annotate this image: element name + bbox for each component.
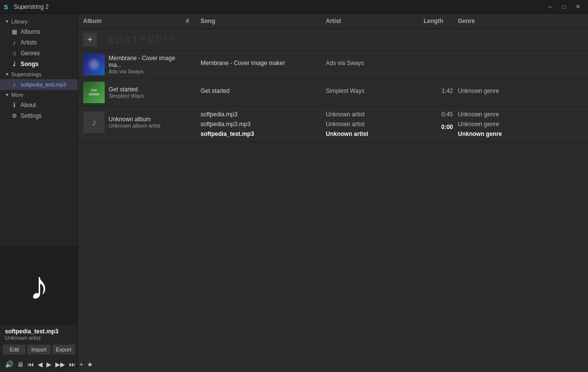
music-note-icon: ♪ (29, 263, 49, 308)
album-row-unknown: ♪ Unknown album Unknown album artist sof… (78, 107, 588, 142)
songs-label: Songs (21, 61, 39, 67)
sidebar-item-settings[interactable]: ⚙ Settings (0, 110, 78, 121)
song-genre-membrane (458, 54, 583, 60)
song-artist-membrane: Ads via Sways (326, 54, 424, 66)
maximize-button[interactable]: □ (558, 2, 570, 12)
monitor-button[interactable]: 🖥 (16, 360, 24, 369)
song-genre-get-started: Unknown genre (458, 82, 583, 94)
album-art-get-started: Getstarted (83, 82, 105, 103)
sidebar-item-about[interactable]: ℹ About (0, 100, 78, 110)
superstrings-section-header[interactable]: ▼ Superstrings (0, 69, 78, 79)
playback-controls: 🔊 🖥 ⏮ ◀ ▶ ▶▶ ⏭ + ★ (0, 356, 78, 372)
albums-icon: ▦ (11, 28, 18, 35)
now-playing-artist: Unknown artist (5, 335, 73, 341)
library-label: Library (11, 19, 28, 24)
album-name-membrane: Membrane - Cover image ma... (109, 55, 186, 68)
song-genre-unknown-3: Unknown genre (458, 129, 583, 139)
artists-icon: ♪ (11, 39, 18, 46)
songs-icon: ♩ (11, 61, 18, 67)
content-scroll[interactable]: SOFTPEDIA + Membrane - Cover image ma...… (78, 29, 588, 372)
minimize-button[interactable]: ─ (544, 2, 557, 12)
import-button[interactable]: Import (27, 345, 50, 354)
album-name-get-started: Get started (109, 86, 144, 93)
library-chevron-icon: ▼ (5, 19, 9, 24)
add-album-row: + (78, 29, 588, 51)
play-button[interactable]: ▶ (45, 360, 52, 369)
export-button[interactable]: Export (52, 345, 75, 354)
table-header: Album # Song Artist Length Genre (78, 14, 588, 29)
main-layout: ▼ Library ▦ Albums ♪ Artists ♫ Genres ♩ … (0, 14, 588, 372)
window-title: Superstring 2 (14, 3, 544, 10)
song-name-unknown-1: softpedia.mp3 (201, 109, 326, 119)
album-text-get-started: Get started Simplest Ways (109, 86, 144, 99)
album-text-unknown: Unknown album Unknown album artist (109, 116, 160, 129)
file-label: softpedia_test.mp3 (21, 82, 66, 88)
close-button[interactable]: ✕ (571, 2, 584, 12)
more-chevron-icon: ▼ (5, 92, 9, 97)
main-content: Album # Song Artist Length Genre SOFTPED… (78, 14, 588, 372)
album-info-membrane: Membrane - Cover image ma... Ads via Swa… (83, 54, 186, 75)
more-label: More (11, 92, 23, 98)
song-length-unknown-3: 0:00 (424, 122, 453, 132)
song-length-membrane (424, 54, 458, 60)
album-art-membrane (83, 54, 105, 75)
app-icon: S (4, 3, 11, 10)
song-name-get-started: Get started (201, 82, 326, 94)
unknown-genres-col: Unknown genre Unknown genre Unknown genr… (458, 109, 583, 139)
window-controls: ─ □ ✕ (544, 2, 584, 12)
album-row-get-started: Getstarted Get started Simplest Ways Get… (78, 79, 588, 106)
edit-button[interactable]: Edit (3, 345, 25, 354)
album-row-membrane: Membrane - Cover image ma... Ads via Swa… (78, 51, 588, 78)
song-artist-unknown-3: Unknown artist (326, 129, 424, 139)
about-label: About (21, 102, 36, 109)
sidebar-item-albums[interactable]: ▦ Albums (0, 26, 78, 37)
sidebar-item-genres[interactable]: ♫ Genres (0, 48, 78, 59)
song-genre-unknown-2: Unknown genre (458, 119, 583, 129)
col-album: Album (83, 18, 186, 24)
album-thumb-get-started: Getstarted (83, 82, 105, 103)
now-playing-info: softpedia_test.mp3 Unknown artist (0, 325, 78, 343)
settings-icon: ⚙ (11, 112, 18, 119)
album-group-unknown: ♪ Unknown album Unknown album artist sof… (78, 107, 588, 142)
back-button[interactable]: ◀ (37, 360, 44, 369)
unknown-artists-col: Unknown artist Unknown artist Unknown ar… (326, 109, 424, 139)
sidebar: ▼ Library ▦ Albums ♪ Artists ♫ Genres ♩ … (0, 14, 78, 372)
add-album-button[interactable]: + (83, 33, 97, 46)
superstrings-label: Superstrings (11, 71, 42, 77)
album-group-get-started: Getstarted Get started Simplest Ways Get… (78, 79, 588, 107)
sidebar-file-item[interactable]: ♪ softpedia_test.mp3 (0, 79, 78, 90)
sidebar-nav: ▼ Library ▦ Albums ♪ Artists ♫ Genres ♩ … (0, 14, 78, 246)
song-name-membrane: Membrane - Cover image maker (201, 54, 326, 66)
sidebar-item-songs[interactable]: ♩ Songs (0, 59, 78, 69)
album-artist-get-started: Simplest Ways (109, 93, 144, 99)
library-section-header[interactable]: ▼ Library (0, 17, 78, 26)
genres-icon: ♫ (11, 50, 18, 57)
song-name-unknown-3: softpedia_test.mp3 (201, 129, 326, 139)
title-bar: S Superstring 2 ─ □ ✕ (0, 0, 588, 14)
album-text-membrane: Membrane - Cover image ma... Ads via Swa… (109, 55, 186, 74)
unknown-lengths-col: 0:45 0:00 (424, 109, 458, 132)
sidebar-bottom: ♪ softpedia_test.mp3 Unknown artist Edit… (0, 246, 78, 372)
file-icon: ♪ (11, 81, 18, 88)
artists-label: Artists (21, 39, 37, 46)
albums-label: Albums (21, 28, 40, 35)
next-button[interactable]: ⏭ (68, 360, 76, 369)
album-artist-unknown: Unknown album artist (109, 123, 160, 129)
album-thumb-unknown: ♪ (83, 111, 105, 133)
forward-button[interactable]: ▶▶ (54, 360, 66, 369)
prev-button[interactable]: ⏮ (26, 360, 35, 369)
song-name-unknown-2: softpedia.mp3.mp3 (201, 119, 326, 129)
album-group-membrane: Membrane - Cover image ma... Ads via Swa… (78, 51, 588, 79)
settings-label: Settings (21, 112, 42, 119)
col-song: Song (201, 18, 326, 24)
album-artist-membrane: Ads via Sways (109, 68, 186, 74)
action-buttons: Edit Import Export (0, 343, 78, 356)
volume-button[interactable]: 🔊 (4, 359, 14, 369)
genres-label: Genres (21, 50, 40, 57)
album-info-get-started: Getstarted Get started Simplest Ways (83, 82, 186, 103)
sidebar-item-artists[interactable]: ♪ Artists (0, 37, 78, 48)
album-info-unknown: ♪ Unknown album Unknown album artist (83, 109, 186, 133)
col-number: # (186, 18, 201, 24)
more-section-header[interactable]: ▼ More (0, 90, 78, 100)
album-name-unknown: Unknown album (109, 116, 160, 123)
